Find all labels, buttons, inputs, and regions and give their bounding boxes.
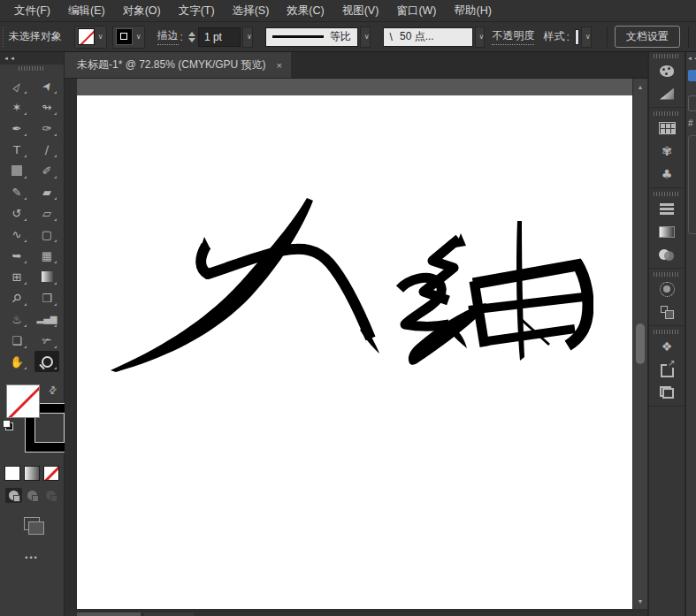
symbols-panel-button[interactable]: ♣ bbox=[649, 163, 685, 186]
document-tab[interactable]: 未标题-1* @ 72.85% (CMYK/GPU 预览) × bbox=[65, 52, 291, 78]
document-setup-button[interactable]: 文档设置 bbox=[615, 26, 680, 48]
curvature-tool[interactable]: ✑ bbox=[34, 118, 59, 139]
brush-definition-dropdown[interactable]: \ 50 点... bbox=[383, 27, 473, 47]
asset-export-panel-button[interactable] bbox=[649, 358, 685, 381]
type-tool[interactable]: T bbox=[4, 139, 29, 160]
brush-definition-chevron[interactable]: ∨ bbox=[475, 27, 486, 48]
draw-behind-icon bbox=[27, 491, 37, 500]
status-segment bbox=[144, 612, 194, 616]
vertical-scrollbar[interactable]: ▲ ▼ bbox=[632, 79, 647, 609]
menu-item-5[interactable]: 效果(C) bbox=[278, 0, 333, 21]
color-button[interactable] bbox=[4, 466, 20, 481]
free-transform-tool[interactable]: ▢ bbox=[34, 224, 59, 245]
width-tool[interactable]: ∿ bbox=[4, 224, 29, 245]
menu-item-6[interactable]: 视图(V) bbox=[333, 0, 388, 21]
collapse-dock-icon[interactable]: ◄◄ bbox=[687, 56, 696, 61]
menu-item-3[interactable]: 文字(T) bbox=[170, 0, 224, 21]
scroll-down-icon[interactable]: ▼ bbox=[633, 595, 647, 607]
rectangle-tool[interactable] bbox=[4, 160, 29, 181]
pen-tool[interactable]: ✒ bbox=[4, 118, 29, 139]
collapse-panel-icon[interactable]: ◄◄ bbox=[4, 56, 16, 61]
rotate-tool[interactable]: ↺ bbox=[4, 202, 29, 224]
gradient-tool[interactable] bbox=[34, 266, 59, 287]
slice-tool[interactable]: ✃ bbox=[34, 330, 59, 351]
close-tab-icon[interactable]: × bbox=[277, 60, 282, 71]
fill-color-dropdown[interactable]: ∨ bbox=[74, 26, 107, 49]
stroke-weight-dropdown[interactable]: ∨ bbox=[242, 27, 253, 48]
draw-inside-button[interactable] bbox=[42, 488, 59, 503]
stroke-weight-field[interactable]: 1 pt bbox=[198, 27, 241, 47]
draw-behind-button[interactable] bbox=[24, 488, 41, 503]
scroll-up-icon[interactable]: ▲ bbox=[633, 80, 647, 93]
transparency-panel-button[interactable] bbox=[649, 243, 685, 266]
zoom-tool[interactable] bbox=[34, 351, 59, 372]
layers-panel-button[interactable]: ❖ bbox=[649, 335, 685, 358]
column-graph-tool[interactable]: ▂▄▆ bbox=[34, 308, 59, 330]
appearance-panel-button[interactable] bbox=[649, 278, 685, 300]
eraser-tool[interactable]: ▰ bbox=[34, 181, 59, 202]
draw-normal-button[interactable] bbox=[5, 488, 22, 503]
opacity-label[interactable]: 不透明度 bbox=[492, 28, 534, 45]
dock-group-grip-1[interactable] bbox=[654, 110, 680, 117]
stroke-profile-dropdown[interactable]: 等比 bbox=[265, 27, 358, 47]
control-bar: 未选择对象 ∨ ∨ 描边 : 1 pt ∨ 等比 ∨ \ 50 点... ∨ 不… bbox=[0, 22, 696, 52]
hand-tool[interactable]: ✋ bbox=[4, 351, 29, 372]
pencil-tool[interactable]: ✎ bbox=[4, 181, 29, 202]
gradient-panel-button[interactable] bbox=[649, 220, 685, 243]
default-fill-stroke-icon[interactable] bbox=[3, 420, 13, 430]
lasso-tool[interactable]: ↬ bbox=[34, 96, 59, 118]
swatches-panel-button[interactable] bbox=[649, 117, 685, 140]
artboard[interactable] bbox=[77, 95, 632, 609]
color-panel-button[interactable] bbox=[649, 59, 685, 82]
dock-group-grip-3[interactable] bbox=[654, 270, 680, 278]
mesh-tool[interactable]: ⊞ bbox=[4, 266, 29, 287]
artwork-jiayou-calligraphy[interactable] bbox=[98, 194, 593, 376]
menu-item-7[interactable]: 窗口(W) bbox=[387, 0, 445, 21]
menu-item-1[interactable]: 编辑(E) bbox=[59, 0, 114, 21]
artboards-panel-button[interactable] bbox=[649, 381, 685, 404]
stroke-weight-label[interactable]: 描边 bbox=[157, 28, 179, 45]
scale-tool[interactable]: ▱ bbox=[34, 202, 59, 224]
gradient-button[interactable] bbox=[24, 466, 40, 481]
menu-item-4[interactable]: 选择(S) bbox=[224, 0, 279, 21]
tools-panel-header[interactable]: ◄◄ bbox=[0, 52, 64, 65]
edit-toolbar-ellipsis[interactable]: ••• bbox=[0, 553, 64, 562]
horizontal-scroll-thumb[interactable] bbox=[77, 612, 141, 616]
graphic-styles-panel-button[interactable] bbox=[649, 300, 685, 323]
color-guide-panel-button[interactable] bbox=[649, 82, 685, 105]
line-segment-tool[interactable]: ∕ bbox=[34, 139, 59, 160]
dock-group-grip-0[interactable] bbox=[654, 52, 680, 59]
symbol-sprayer-tool[interactable]: ♨ bbox=[4, 308, 29, 330]
change-screen-mode-icon[interactable] bbox=[24, 517, 40, 530]
control-bar-grip[interactable] bbox=[3, 27, 4, 47]
style-chevron[interactable]: ∨ bbox=[581, 27, 592, 48]
vertical-scroll-thumb[interactable] bbox=[636, 323, 645, 364]
selection-tool[interactable]: ▻ bbox=[4, 75, 29, 96]
shape-builder-tool[interactable]: ➥ bbox=[4, 245, 29, 266]
stroke-color-dropdown[interactable]: ∨ bbox=[112, 26, 145, 49]
asset-export-panel-icon bbox=[661, 364, 674, 377]
canvas[interactable]: ▲ ▼ bbox=[65, 79, 647, 612]
blend-tool[interactable]: ❒ bbox=[34, 287, 59, 308]
paintbrush-tool[interactable]: ✐ bbox=[34, 160, 59, 181]
brushes-panel-button[interactable]: ✾ bbox=[649, 140, 685, 163]
menu-item-0[interactable]: 文件(F) bbox=[5, 0, 59, 21]
menu-item-2[interactable]: 对象(O) bbox=[114, 0, 170, 21]
fill-indicator[interactable] bbox=[6, 384, 40, 418]
none-button[interactable] bbox=[43, 466, 59, 481]
eyedropper-tool[interactable]: ⚲ bbox=[4, 287, 29, 308]
dock-group-grip-2[interactable] bbox=[654, 190, 680, 197]
tools-panel-grip[interactable] bbox=[0, 65, 64, 72]
direct-selection-tool[interactable]: ➤ bbox=[34, 75, 59, 96]
perspective-grid-tool[interactable]: ▦ bbox=[34, 245, 59, 266]
menu-item-8[interactable]: 帮助(H) bbox=[446, 0, 501, 21]
style-swatch[interactable] bbox=[575, 29, 579, 45]
stroke-panel-button[interactable] bbox=[649, 197, 685, 220]
artboard-tool[interactable]: ❏ bbox=[4, 330, 29, 351]
pasteboard[interactable] bbox=[77, 79, 632, 95]
swap-fill-stroke-icon[interactable]: ⇄ bbox=[46, 384, 60, 398]
dock-group-grip-4[interactable] bbox=[654, 328, 680, 335]
stroke-profile-chevron[interactable]: ∨ bbox=[360, 27, 371, 48]
magic-wand-tool[interactable]: ✶ bbox=[4, 96, 29, 118]
stroke-weight-stepper[interactable] bbox=[188, 32, 195, 42]
